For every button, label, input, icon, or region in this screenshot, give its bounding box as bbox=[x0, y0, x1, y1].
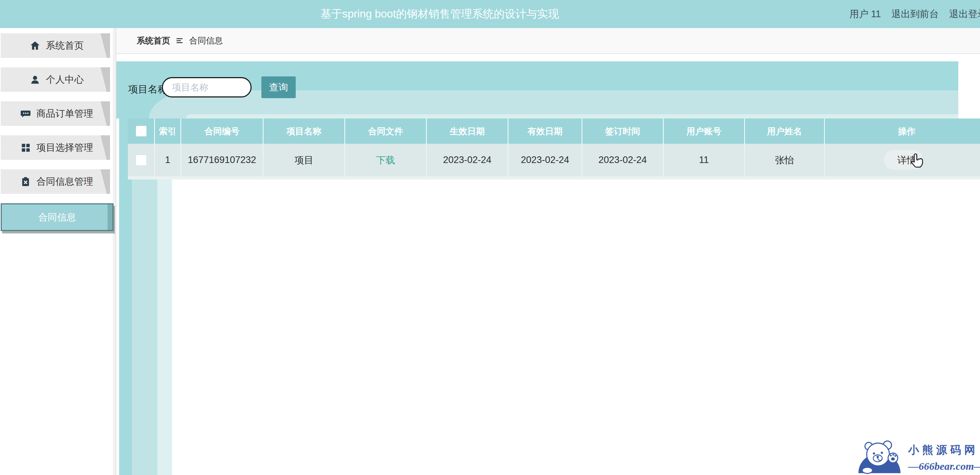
column-header: 项目名称 bbox=[263, 118, 344, 144]
sidebar-subitem-label: 合同信息 bbox=[38, 211, 76, 224]
user-name-cell: 张怡 bbox=[744, 144, 824, 176]
column-header: 合同编号 bbox=[180, 118, 263, 144]
select-all-checkbox[interactable] bbox=[136, 126, 146, 136]
row-checkbox[interactable] bbox=[136, 155, 146, 166]
project-name-cell: 项目 bbox=[263, 144, 344, 176]
contract-no-cell: 1677169107232 bbox=[180, 144, 263, 176]
watermark-site-name: 小熊源码网 bbox=[908, 443, 980, 457]
logout-link[interactable]: 退出登录 bbox=[949, 8, 980, 20]
sidebar-item-label: 个人中心 bbox=[46, 73, 84, 86]
sidebar-item-profile[interactable]: 个人中心 bbox=[1, 67, 113, 92]
project-name-input[interactable] bbox=[162, 77, 251, 97]
column-header: 操作 bbox=[824, 118, 980, 144]
column-header: 生效日期 bbox=[426, 118, 508, 144]
select-all-header-cell bbox=[128, 118, 154, 144]
exit-to-front-link[interactable]: 退出到前台 bbox=[891, 8, 939, 20]
current-user-label: 用户 11 bbox=[849, 8, 881, 20]
grid-icon bbox=[20, 142, 31, 153]
index-cell: 1 bbox=[154, 144, 180, 176]
watermark-domain: —666bear.com— bbox=[908, 460, 980, 472]
sidebar: 系统首页 个人中心 商品订单管理 bbox=[0, 28, 116, 475]
sidebar-item-label: 项目选择管理 bbox=[37, 141, 93, 154]
sidebar-item-contracts[interactable]: 合同信息管理 bbox=[1, 169, 113, 194]
sidebar-subitem-contract-info-active[interactable]: 合同信息 bbox=[1, 203, 113, 231]
column-header: 用户账号 bbox=[663, 118, 744, 144]
order-message-icon bbox=[20, 108, 31, 119]
user-icon bbox=[30, 74, 40, 85]
sidebar-item-label: 合同信息管理 bbox=[37, 175, 93, 188]
contract-clipboard-icon bbox=[20, 176, 31, 187]
header-user-area: 用户 11 退出到前台 退出登录 bbox=[849, 0, 980, 28]
breadcrumb-home-link[interactable]: 系统首页 bbox=[137, 35, 170, 46]
sidebar-item-label: 系统首页 bbox=[46, 39, 84, 52]
breadcrumb-separator-icon bbox=[176, 37, 184, 44]
sidebar-item-home[interactable]: 系统首页 bbox=[1, 33, 113, 58]
breadcrumb: 系统首页 合同信息 bbox=[116, 28, 980, 54]
row-select-cell bbox=[128, 144, 154, 176]
bear-logo-icon bbox=[858, 435, 902, 474]
column-header: 合同文件 bbox=[344, 118, 426, 144]
watermark: 小熊源码网 —666bear.com— bbox=[858, 435, 980, 474]
column-header: 有效日期 bbox=[508, 118, 582, 144]
app-title: 基于spring boot的钢材销售管理系统的设计与实现 bbox=[321, 6, 559, 21]
sidebar-item-projects[interactable]: 项目选择管理 bbox=[1, 135, 113, 160]
table-row: 1 1677169107232 项目 下载 2023-02-24 2023-02… bbox=[128, 144, 980, 176]
query-button[interactable]: 查询 bbox=[261, 77, 296, 98]
sign-time-cell: 2023-02-24 bbox=[582, 144, 663, 176]
effective-date-cell: 2023-02-24 bbox=[426, 144, 508, 176]
column-header: 签订时间 bbox=[582, 118, 663, 144]
teal-panel-layer-lighter bbox=[186, 114, 958, 118]
valid-date-cell: 2023-02-24 bbox=[508, 144, 582, 176]
contract-table: 索引 合同编号 项目名称 合同文件 生效日期 有效日期 签订时间 用户账号 用户… bbox=[128, 118, 980, 180]
contract-file-cell: 下载 bbox=[344, 144, 426, 176]
row-bottom-strip bbox=[128, 176, 980, 180]
column-header: 索引 bbox=[154, 118, 180, 144]
detail-link[interactable]: 详情 bbox=[897, 154, 916, 166]
home-icon bbox=[30, 40, 40, 51]
table-header-row: 索引 合同编号 项目名称 合同文件 生效日期 有效日期 签订时间 用户账号 用户… bbox=[128, 118, 980, 144]
search-field-label: 项目名称 bbox=[128, 83, 167, 96]
breadcrumb-current: 合同信息 bbox=[189, 35, 223, 46]
top-header-bar: 基于spring boot的钢材销售管理系统的设计与实现 用户 11 退出到前台… bbox=[0, 0, 980, 28]
app-window: 基于spring boot的钢材销售管理系统的设计与实现 用户 11 退出到前台… bbox=[0, 0, 980, 475]
action-cell: 详情 bbox=[824, 144, 980, 176]
column-header: 用户姓名 bbox=[744, 118, 824, 144]
sidebar-item-label: 商品订单管理 bbox=[37, 107, 93, 120]
sidebar-item-orders[interactable]: 商品订单管理 bbox=[1, 101, 113, 126]
watermark-texts: 小熊源码网 —666bear.com— bbox=[908, 443, 980, 474]
user-account-cell: 11 bbox=[663, 144, 744, 176]
download-link[interactable]: 下载 bbox=[376, 154, 395, 166]
